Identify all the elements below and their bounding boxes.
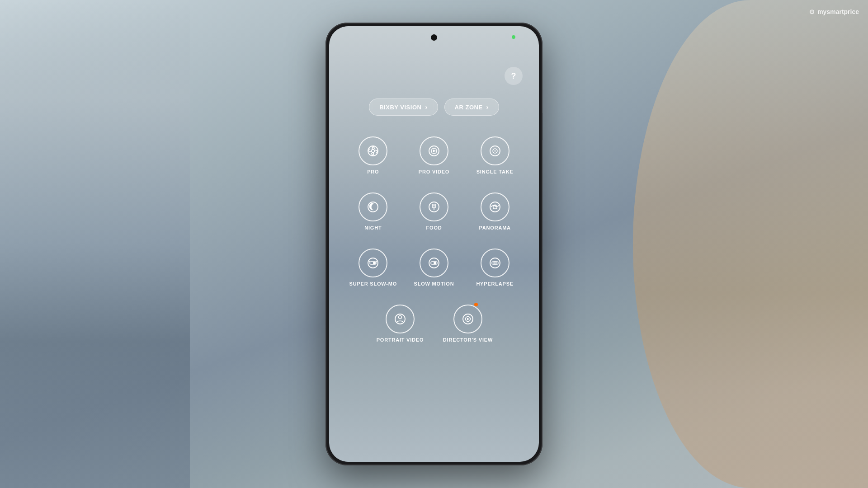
moon-icon [366,200,380,214]
hyperlapse-icon [488,256,502,270]
svg-marker-41 [467,318,470,320]
phone-screen: ? BIXBY VISION › AR ZONE › [329,26,539,462]
modes-grid: PRO PRO VIDEO [338,129,530,294]
food-icon-circle [420,192,448,221]
pro-video-icon-circle [420,136,448,165]
help-button[interactable]: ? [505,67,523,85]
bixby-chevron-icon: › [425,103,427,111]
bixby-vision-label: BIXBY VISION [379,104,421,111]
ar-zone-label: AR ZONE [455,104,483,111]
single-take-icon-circle [481,136,509,165]
slow-motion-label: SLOW MOTION [414,281,454,286]
panorama-icon [488,200,502,214]
svg-point-15 [494,150,495,152]
top-buttons-row: BIXBY VISION › AR ZONE › [338,99,530,116]
mode-item-single-take[interactable]: SINGLE TAKE [464,129,525,182]
watermark-logo: ⊙ [809,8,815,15]
super-slow-mo-icon [366,256,380,270]
svg-rect-23 [495,205,495,206]
panorama-icon-circle [481,192,509,221]
watermark-text: mysmartprice [817,8,859,15]
mode-item-pro-video[interactable]: PRO VIDEO [404,129,465,182]
pro-video-label: PRO VIDEO [419,169,449,174]
directors-view-icon [461,312,475,326]
watermark: ⊙ mysmartprice [809,8,859,15]
single-take-label: SINGLE TAKE [476,169,514,174]
super-slow-mo-icon-circle [359,249,387,277]
directors-view-icon-circle [453,305,482,333]
bixby-vision-button[interactable]: BIXBY VISION › [369,99,438,116]
mode-item-hyperlapse[interactable]: HYPERLAPSE [464,241,525,294]
portrait-video-icon [393,312,407,326]
portrait-video-label: PORTRAIT VIDEO [377,337,424,343]
ar-zone-button[interactable]: AR ZONE › [444,99,499,116]
pro-icon-circle [359,136,387,165]
pro-label: PRO [367,169,379,174]
food-label: FOOD [426,225,442,230]
svg-marker-12 [433,150,436,152]
svg-line-27 [369,261,370,262]
pro-video-icon [427,144,441,158]
mode-item-food[interactable]: FOOD [404,185,465,238]
night-icon-circle [359,192,387,221]
mode-item-panorama[interactable]: PANORAMA [464,185,525,238]
help-icon: ? [511,71,516,81]
single-take-icon [488,144,502,158]
svg-point-31 [434,262,436,264]
phone-wrap: ? BIXBY VISION › AR ZONE › [326,23,542,465]
svg-point-34 [494,262,496,264]
phone: ? BIXBY VISION › AR ZONE › [326,23,542,465]
super-slow-mo-label: SUPER SLOW-MO [349,281,397,286]
side-button [542,113,542,140]
portrait-video-icon-circle [386,305,415,333]
mode-item-night[interactable]: NIGHT [343,185,404,238]
green-indicator [512,35,515,39]
mode-item-directors-view[interactable]: DIRECTOR'S VIEW [434,297,502,350]
mode-item-portrait-video[interactable]: PORTRAIT VIDEO [366,297,434,350]
slow-motion-icon [427,256,441,270]
food-icon [427,200,441,214]
bg-buildings [0,0,190,488]
camera-modes-content: BIXBY VISION › AR ZONE › [329,99,539,350]
svg-point-38 [399,316,402,319]
svg-line-28 [376,261,377,262]
hyperlapse-label: HYPERLAPSE [476,281,514,286]
slow-motion-icon-circle [420,249,448,277]
bottom-modes-row: PORTRAIT VIDEO [338,297,530,350]
directors-view-dot [474,303,478,306]
panorama-label: PANORAMA [479,225,510,230]
mode-item-slow-motion[interactable]: SLOW MOTION [404,241,465,294]
night-label: NIGHT [364,225,382,230]
ar-zone-chevron-icon: › [486,103,489,111]
svg-point-17 [429,202,439,212]
svg-point-1 [372,150,375,153]
mode-item-pro[interactable]: PRO [343,129,404,182]
svg-point-26 [373,262,376,264]
bg-hand [633,0,868,488]
directors-view-icon-wrap [453,305,482,333]
mode-item-super-slow-mo[interactable]: SUPER SLOW-MO [343,241,404,294]
front-camera [431,34,437,41]
directors-view-label: DIRECTOR'S VIEW [443,337,493,343]
hyperlapse-icon-circle [481,249,509,277]
aperture-icon [366,144,380,158]
svg-point-21 [490,202,500,212]
